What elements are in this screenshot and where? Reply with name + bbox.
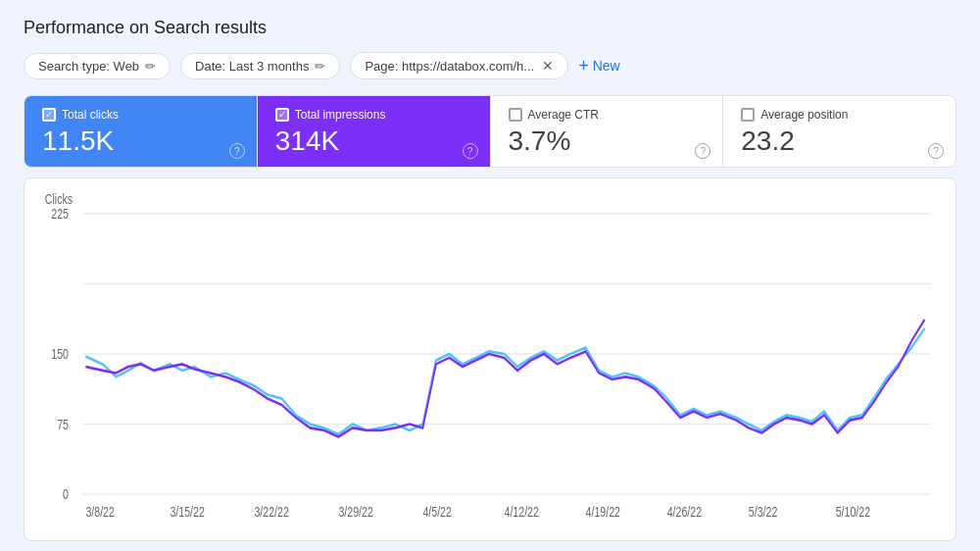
x-tick-5: 4/5/22 (422, 505, 452, 521)
filter-page[interactable]: Page: https://databox.com/h... ✕ (350, 52, 568, 79)
main-container: Performance on Search results Search typ… (0, 0, 980, 551)
metric-value-impressions: 314K (275, 125, 470, 157)
x-tick-6: 4/12/22 (504, 505, 538, 521)
y-label-clicks: Clicks (45, 191, 73, 207)
help-icon-position: ? (928, 143, 944, 159)
edit-icon: ✏ (145, 59, 156, 74)
filter-bar: Search type: Web ✏ Date: Last 3 months ✏… (24, 52, 956, 79)
chart-area: Clicks 225 150 75 0 3/8/22 3/15/22 3/22/… (24, 177, 956, 541)
filter-page-label: Page: https://databox.com/h... (365, 59, 534, 74)
y-tick-75: 75 (57, 417, 69, 432)
metric-label-ctr: Average CTR (528, 108, 599, 122)
metric-total-clicks[interactable]: Total clicks 11.5K ? (24, 96, 258, 167)
filter-search-type-label: Search type: Web (38, 59, 139, 74)
metrics-row: Total clicks 11.5K ? Total impressions 3… (24, 95, 956, 168)
x-tick-8: 4/26/22 (667, 505, 702, 521)
help-icon-clicks: ? (229, 143, 245, 159)
y-tick-0: 0 (63, 487, 69, 503)
metric-average-position[interactable]: Average position 23.2 ? (723, 96, 956, 167)
metric-value-clicks: 11.5K (42, 125, 237, 157)
metric-average-ctr[interactable]: Average CTR 3.7% ? (491, 96, 724, 167)
x-tick-7: 4/19/22 (586, 505, 620, 521)
metric-total-impressions[interactable]: Total impressions 314K ? (258, 96, 491, 167)
metric-label-impressions: Total impressions (295, 108, 386, 122)
line-clicks (85, 328, 924, 434)
chart-svg: Clicks 225 150 75 0 3/8/22 3/15/22 3/22/… (40, 188, 940, 532)
new-button-label: New (593, 58, 620, 74)
filter-date[interactable]: Date: Last 3 months ✏ (180, 53, 340, 79)
metric-checkbox-ctr[interactable] (509, 108, 522, 122)
edit-icon: ✏ (315, 59, 325, 74)
new-button[interactable]: + New (578, 56, 620, 76)
metric-value-position: 23.2 (741, 125, 936, 157)
plus-icon: + (578, 56, 589, 76)
close-icon[interactable]: ✕ (542, 58, 554, 74)
filter-date-label: Date: Last 3 months (195, 59, 309, 74)
metric-label-clicks: Total clicks (62, 108, 119, 122)
y-tick-150: 150 (51, 347, 69, 363)
metric-value-ctr: 3.7% (509, 125, 704, 157)
help-icon-ctr: ? (695, 143, 710, 159)
metric-checkbox-clicks[interactable] (42, 108, 56, 122)
y-tick-225: 225 (51, 207, 69, 223)
filter-search-type[interactable]: Search type: Web ✏ (24, 53, 171, 79)
metric-label-position: Average position (760, 108, 848, 122)
metric-checkbox-position[interactable] (741, 108, 755, 122)
x-tick-10: 5/10/22 (836, 505, 870, 521)
x-tick-3: 3/22/22 (254, 505, 288, 521)
x-tick-4: 3/29/22 (338, 505, 372, 521)
line-impressions (85, 320, 924, 437)
x-tick-2: 3/15/22 (170, 505, 204, 521)
x-tick-1: 3/8/22 (85, 505, 115, 521)
page-title: Performance on Search results (24, 18, 956, 38)
x-tick-9: 5/3/22 (749, 505, 778, 521)
metric-checkbox-impressions[interactable] (275, 108, 289, 122)
help-icon-impressions: ? (463, 143, 478, 159)
